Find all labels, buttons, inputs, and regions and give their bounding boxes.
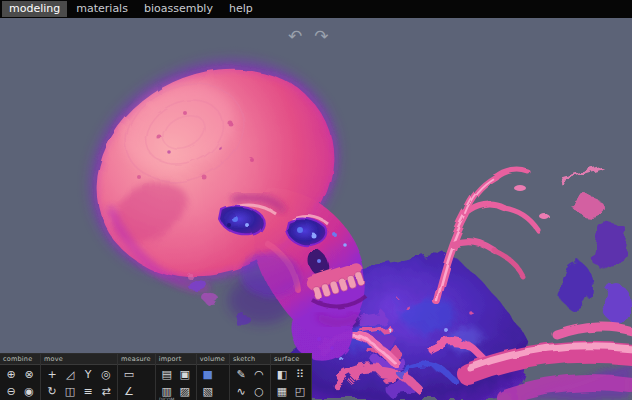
menu-item-materials[interactable]: materials [69, 1, 135, 17]
tool-group-import: import▤▥DICOM▣▨ [156, 354, 197, 400]
transform-icon: ⇄ [101, 385, 110, 398]
tool-group-label: move [41, 354, 117, 365]
merge-icon[interactable]: ◉ [21, 383, 38, 400]
dicom-import-icon[interactable]: ▥DICOM [158, 383, 175, 400]
menu-bar: modelingmaterialsbioassemblyhelp [0, 0, 632, 18]
undo-button[interactable]: ↶ [288, 28, 302, 45]
tool-group-label: import [156, 354, 196, 365]
arc-icon[interactable]: ◠ [251, 366, 268, 383]
rotate-icon: ↻ [47, 385, 56, 398]
viewport-3d[interactable]: ↶ ↷ combine⊕⊖⊗◉move+↻◿◫Y≡◎⇄measure▭∠impo… [0, 18, 632, 400]
boolean-union-icon: ⊕ [6, 368, 15, 381]
menu-item-help[interactable]: help [222, 1, 260, 17]
boolean-subtract-icon[interactable]: ⊖ [3, 383, 20, 400]
import-mesh-icon[interactable]: ▣ [176, 366, 193, 383]
application-window: modelingmaterialsbioassemblyhelp [0, 0, 632, 400]
tool-group-surface: surface◧▦⠿◰ [271, 354, 312, 400]
rotate-icon[interactable]: ↻ [44, 383, 61, 400]
ruler-icon[interactable]: ▭ [121, 366, 138, 383]
volume-render-icon[interactable]: ■ [199, 366, 216, 383]
tool-group-move: move+↻◿◫Y≡◎⇄ [41, 354, 118, 400]
pencil-icon[interactable]: ✎ [233, 366, 250, 383]
align-icon: ≡ [83, 385, 92, 398]
pencil-icon: ✎ [236, 368, 245, 381]
translate-icon[interactable]: + [44, 366, 61, 383]
circle-sketch-icon: ○ [254, 385, 264, 398]
render-canvas [0, 18, 632, 400]
import-image-icon: ▨ [180, 385, 190, 398]
tool-group-label: volume [197, 354, 229, 365]
import-image-icon[interactable]: ▨ [176, 383, 193, 400]
angle-icon[interactable]: ∠ [121, 383, 138, 400]
quad-surface-icon: ◰ [295, 385, 305, 398]
point-grid-icon: ⠿ [296, 368, 304, 381]
wireframe-icon[interactable]: ▦ [274, 383, 291, 400]
circle-sketch-icon[interactable]: ○ [251, 383, 268, 400]
arc-icon: ◠ [254, 368, 264, 381]
volume-mask-icon: ▧ [203, 385, 213, 398]
menu-item-modeling[interactable]: modeling [2, 1, 67, 17]
surface-patch-icon[interactable]: ◧ [274, 366, 291, 383]
boolean-subtract-icon: ⊖ [6, 385, 15, 398]
tool-group-measure: measure▭∠ [118, 354, 156, 400]
merge-icon: ◉ [24, 385, 34, 398]
ruler-icon: ▭ [124, 368, 134, 381]
align-icon[interactable]: ≡ [80, 383, 97, 400]
scale-icon: ◿ [66, 368, 74, 381]
volume-render-icon: ■ [203, 368, 213, 381]
import-file-icon[interactable]: ▤ [158, 366, 175, 383]
history-controls: ↶ ↷ [288, 28, 329, 45]
wireframe-icon: ▦ [277, 385, 287, 398]
toolbox: combine⊕⊖⊗◉move+↻◿◫Y≡◎⇄measure▭∠import▤▥… [0, 353, 312, 400]
tool-group-label: sketch [230, 354, 270, 365]
tool-group-combine: combine⊕⊖⊗◉ [0, 354, 41, 400]
redo-button[interactable]: ↷ [314, 28, 328, 45]
spline-icon[interactable]: ∿ [233, 383, 250, 400]
boolean-intersect-icon: ⊗ [24, 368, 33, 381]
quad-surface-icon[interactable]: ◰ [292, 383, 309, 400]
angle-icon: ∠ [124, 385, 134, 398]
pivot-icon: ◎ [101, 368, 111, 381]
tool-group-volume: volume■▧ [197, 354, 230, 400]
transform-icon[interactable]: ⇄ [98, 383, 115, 400]
volume-mask-icon[interactable]: ▧ [199, 383, 216, 400]
import-file-icon: ▤ [162, 368, 172, 381]
boolean-union-icon[interactable]: ⊕ [3, 366, 20, 383]
import-mesh-icon: ▣ [180, 368, 190, 381]
surface-patch-icon: ◧ [277, 368, 287, 381]
landmark-icon: Y [85, 368, 92, 381]
point-grid-icon[interactable]: ⠿ [292, 366, 309, 383]
tool-group-label: measure [118, 354, 155, 365]
spline-icon: ∿ [236, 385, 245, 398]
mirror-icon: ◫ [65, 385, 75, 398]
mirror-icon[interactable]: ◫ [62, 383, 79, 400]
tool-group-sketch: sketch✎∿◠○ [230, 354, 271, 400]
pivot-icon[interactable]: ◎ [98, 366, 115, 383]
tool-group-label: combine [0, 354, 40, 365]
translate-icon: + [47, 368, 56, 381]
scale-icon[interactable]: ◿ [62, 366, 79, 383]
menu-item-bioassembly[interactable]: bioassembly [137, 1, 220, 17]
tool-group-label: surface [271, 354, 311, 365]
boolean-intersect-icon[interactable]: ⊗ [21, 366, 38, 383]
landmark-icon[interactable]: Y [80, 366, 97, 383]
